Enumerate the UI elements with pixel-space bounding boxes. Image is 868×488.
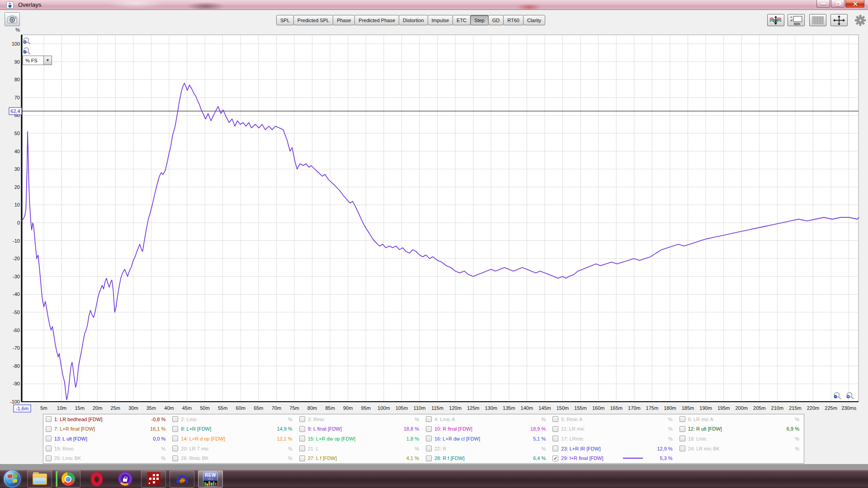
legend-label[interactable]: 14: L+R d op [FDW] [181, 436, 269, 441]
taskbar-app-chrome[interactable] [56, 470, 80, 488]
zoom-in-y-button[interactable] [21, 37, 32, 46]
legend-label[interactable]: 6: LR mic A [688, 417, 776, 422]
legend-label[interactable]: 3: Rmic [308, 417, 396, 422]
legend-checkbox-18[interactable] [679, 436, 685, 441]
legend-checkbox-4[interactable] [426, 416, 432, 422]
taskbar-app-audacity[interactable] [170, 470, 194, 488]
legend-checkbox-10[interactable] [426, 426, 432, 432]
legend-checkbox-19[interactable] [46, 446, 52, 451]
legend-label[interactable]: 17: LRmic [561, 436, 649, 441]
legend-label[interactable]: 15: L+R dw op [FDW] [308, 436, 396, 441]
legend-label[interactable]: 18: Lmic [688, 436, 776, 441]
legend-checkbox-28[interactable] [426, 455, 432, 461]
x-tick-label: 125m [467, 405, 480, 411]
legend-label[interactable]: 29: I+R final [FDW] [561, 455, 623, 461]
windows-flag-red [7, 474, 12, 478]
legend-label[interactable]: 7: L+R final [FDW] [54, 426, 142, 432]
zoom-out-x-button[interactable] [832, 391, 843, 401]
legend-checkbox-14[interactable] [172, 436, 178, 441]
legend-checkbox-27[interactable] [299, 455, 305, 461]
taskbar-apps: REWV5.1 [27, 470, 223, 488]
y-tick-label: -80 [13, 363, 20, 369]
chevron-down-icon[interactable]: ▼ [44, 56, 52, 65]
legend-label[interactable]: 23: L+R IR [FDW] [561, 446, 649, 451]
legend-checkbox-24[interactable] [679, 446, 685, 451]
legend-checkbox-15[interactable] [299, 436, 305, 441]
legend-checkbox-23[interactable] [552, 446, 558, 451]
legend-checkbox-20[interactable] [172, 446, 178, 451]
x-tick-label: 10m [57, 405, 66, 411]
legend-label[interactable]: 2: Lmic [181, 417, 269, 422]
legend-label[interactable]: 4: Lmic A [434, 417, 522, 422]
running-indicator [56, 471, 57, 487]
bottom-gray-strip [0, 464, 868, 470]
legend-checkbox-1[interactable] [46, 416, 52, 422]
legend-label[interactable]: 20: LR 7 mic [181, 446, 269, 451]
legend-label[interactable]: 26: Rmic BK [181, 455, 269, 461]
x-tick-label: 90m [343, 405, 353, 411]
y-tick-label: 20 [14, 184, 20, 190]
legend-checkbox-6[interactable] [679, 416, 685, 422]
zoom-in-x-button[interactable] [844, 391, 855, 401]
legend-checkbox-2[interactable] [172, 416, 178, 422]
legend-label[interactable]: 9: L final [FDW] [308, 426, 396, 432]
x-tick-label: 220m [807, 405, 820, 411]
legend-label[interactable]: 8: L+R [FDW] [181, 426, 269, 432]
legend-checkbox-11[interactable] [552, 426, 558, 432]
legend-label[interactable]: 10: R final [FDW] [434, 426, 522, 432]
legend-checkbox-13[interactable] [46, 436, 52, 441]
legend-value: 0,0 % [142, 436, 165, 441]
legend-label[interactable]: 11: LR mic [561, 426, 649, 432]
legend-checkbox-26[interactable] [172, 455, 178, 461]
legend-label[interactable]: 24: LR mic BK [688, 446, 776, 451]
legend-checkbox-5[interactable] [552, 416, 558, 422]
legend-cell-14: 14: L+R d op [FDW]12,1 % [170, 434, 297, 444]
legend-cell-28: 28: R f [FDW]6,4 % [424, 453, 550, 463]
x-tick-label: 95m [361, 405, 371, 411]
legend-cell-26: 26: Rmic BK% [170, 453, 297, 463]
legend-value: -0,8 % [142, 417, 165, 422]
legend-checkbox-25[interactable] [46, 455, 52, 461]
legend-label[interactable]: 22: R [434, 446, 522, 451]
legend-label[interactable]: 28: R f [FDW] [434, 455, 522, 461]
legend-label[interactable]: 21: L [308, 446, 396, 451]
legend-value: % [522, 417, 546, 422]
legend-checkbox-3[interactable] [299, 416, 305, 422]
windows-flag-green [12, 474, 17, 478]
legend-checkbox-7[interactable] [46, 426, 52, 432]
legend-cell-1: 1: LR bedhead [FDW]-0,8 % [43, 414, 170, 424]
legend-checkbox-9[interactable] [299, 426, 305, 432]
zoom-out-y-button[interactable] [21, 47, 32, 56]
taskbar-app-opera[interactable] [84, 470, 109, 488]
legend-label[interactable]: 12: R ult [FDW] [688, 426, 776, 432]
legend-label[interactable]: 1: LR bedhead [FDW] [54, 417, 142, 422]
legend-checkbox-8[interactable] [172, 426, 178, 432]
legend-label[interactable]: 27: L f [FDW] [308, 455, 396, 461]
legend-checkbox-16[interactable] [426, 436, 432, 441]
x-tick-label: 145m [538, 405, 551, 411]
legend-label[interactable]: 16: L+R dw cl [FDW] [434, 436, 522, 441]
legend-label[interactable]: 25: Lmic BK [54, 455, 142, 461]
legend-cell-25: 25: Lmic BK% [43, 453, 170, 463]
plot-area[interactable] [21, 35, 859, 402]
legend-label[interactable]: 13: L ult [FDW] [54, 436, 142, 441]
taskbar-app-red-grid-app[interactable] [141, 470, 166, 488]
taskbar-app-explorer[interactable] [27, 470, 52, 488]
legend-label[interactable]: 19: Rmic [54, 446, 142, 451]
taskbar-app-rew[interactable]: REWV5.1 [198, 470, 223, 488]
legend-checkbox-29[interactable]: ✓ [552, 455, 558, 461]
x-tick-label: 195m [717, 405, 730, 411]
legend-checkbox-22[interactable] [426, 446, 432, 451]
step-response-chart[interactable]: %1009080706050403020100-10-20-30-40-50-6… [0, 0, 868, 470]
legend-value: % [649, 417, 673, 422]
legend-label[interactable]: 5: Rmic A [561, 417, 649, 422]
legend-checkbox-21[interactable] [299, 446, 305, 451]
legend-checkbox-17[interactable] [552, 436, 558, 441]
start-button[interactable] [4, 470, 21, 488]
y-axis-units-combo[interactable]: % FS ▼ [23, 56, 52, 65]
legend-cell-2: 2: Lmic% [170, 414, 297, 424]
legend-value: % [142, 455, 165, 461]
legend-checkbox-12[interactable] [679, 426, 685, 432]
red-grid-app-icon [147, 472, 160, 486]
taskbar-app-focus-browser[interactable] [113, 470, 137, 488]
